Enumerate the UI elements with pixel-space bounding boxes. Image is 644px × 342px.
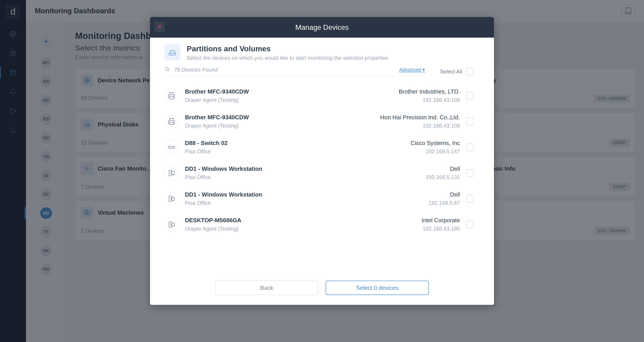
select-all-checkbox[interactable] [466,68,474,75]
modal-section: Partitions and Volumes Select the device… [150,38,494,65]
select-all-label: Select All [440,69,462,75]
disk-icon [164,44,180,61]
device-row[interactable]: DESKTOP-M5686GADraper Agent (Testing)Int… [164,211,480,237]
modal-section-title: Partitions and Volumes [187,44,388,53]
device-checkbox[interactable] [466,118,474,125]
found-count: 78 Devices Found [174,67,395,73]
modal-footer: Back Select 0 devices [150,274,494,305]
device-checkbox[interactable] [466,143,474,151]
svg-rect-14 [170,122,174,124]
search-icon[interactable] [164,67,170,73]
device-location: Pisa Office [185,148,228,155]
switch-icon [164,140,179,154]
device-row[interactable]: DD1 - Windows WorkstationPisa OfficeDell… [164,160,480,186]
svg-rect-15 [168,146,175,148]
back-button[interactable]: Back [215,281,318,295]
close-icon[interactable]: ✕ [154,22,165,32]
advanced-link[interactable]: Advanced▾ [399,67,425,73]
device-checkbox[interactable] [466,169,474,177]
device-ip: 192.168.5.131 [426,174,460,180]
device-location: Draper Agent (Testing) [185,97,249,103]
device-ip: 192.168.5.67 [429,200,460,206]
device-ip: 192.168.43.109 [380,123,460,129]
workstation-icon [164,217,179,232]
device-name: DESKTOP-M5686GA [185,217,241,224]
chevron-down-icon: ▾ [422,67,425,73]
device-manufacturer: Cisco Systems, Inc [410,140,460,147]
svg-rect-18 [169,196,171,202]
device-manufacturer: Dell [426,165,460,172]
device-name: D88 - Switch 02 [185,140,228,147]
svg-rect-17 [172,171,174,174]
device-row[interactable]: D88 - Switch 02Pisa OfficeCisco Systems,… [164,134,480,160]
device-checkbox[interactable] [466,195,474,203]
svg-rect-16 [169,170,171,176]
workstation-icon [164,166,179,180]
svg-rect-21 [172,223,174,226]
device-location: Draper Agent (Testing) [185,226,241,232]
select-devices-button[interactable]: Select 0 devices [326,281,429,295]
manage-devices-modal: ✕ Manage Devices Partitions and Volumes … [150,17,494,305]
device-manufacturer: Dell [429,191,460,198]
device-ip: 192.168.43.109 [399,97,460,103]
printer-icon [164,114,179,129]
device-manufacturer: Intel Corporate [422,217,460,224]
device-location: Pisa Office [185,174,262,180]
select-all-control: Select All [440,68,474,75]
device-checkbox[interactable] [466,221,474,228]
device-manufacturer: Brother Industries, LTD. [399,88,460,95]
device-location: Pisa Office [185,200,262,206]
svg-rect-19 [172,197,174,200]
device-name: Brother MFC-9340CDW [185,114,249,121]
device-ip: 192.168.5.147 [410,148,460,155]
device-manufacturer: Hon Hai Precision Ind. Co.,Ltd. [380,114,460,121]
svg-rect-20 [169,222,171,227]
svg-rect-13 [170,96,174,99]
device-list[interactable]: Brother MFC-9340CDWDraper Agent (Testing… [150,79,494,274]
printer-icon [164,89,179,103]
svg-point-12 [165,67,168,71]
device-row[interactable]: Brother MFC-9340CDWDraper Agent (Testing… [164,83,480,109]
workstation-icon [164,192,179,206]
device-ip: 192.168.43.185 [422,226,460,232]
device-checkbox[interactable] [466,92,474,100]
device-name: Brother MFC-9340CDW [185,88,249,95]
search-row: 78 Devices Found Advanced▾ Select All [150,65,494,79]
modal-title: Manage Devices [296,23,348,32]
device-row[interactable]: Brother MFC-9340CDWDraper Agent (Testing… [164,109,480,134]
device-name: DD1 - Windows Workstation [185,165,262,172]
device-row[interactable]: DD1 - Windows WorkstationPisa OfficeDell… [164,186,480,211]
device-name: DD1 - Windows Workstation [185,191,262,198]
modal-section-desc: Select the devices on which you would li… [187,55,388,61]
device-location: Draper Agent (Testing) [185,123,249,129]
advanced-label: Advanced [399,67,421,73]
modal-header: ✕ Manage Devices [150,17,494,38]
